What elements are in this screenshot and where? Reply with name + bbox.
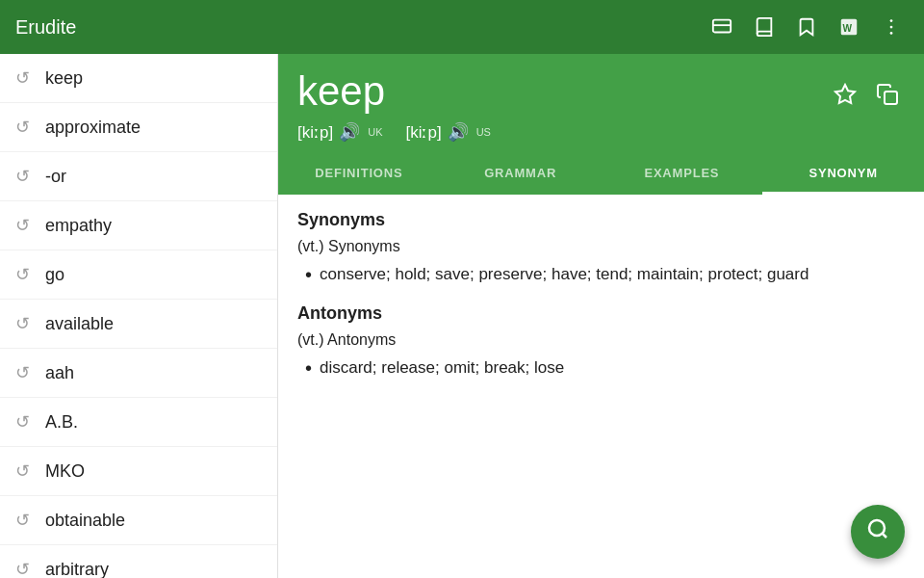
history-icon-obtainable: ↺ bbox=[15, 510, 30, 531]
history-icon-available: ↺ bbox=[15, 313, 30, 334]
svg-point-5 bbox=[890, 26, 893, 29]
sidebar-item-ab[interactable]: ↺ A.B. bbox=[0, 398, 277, 447]
topbar: Erudite W bbox=[0, 0, 924, 54]
synonyms-subsection: (vt.) Synonyms • conserve; hold; save; p… bbox=[297, 238, 905, 288]
us-phonetic: [kiːp] bbox=[405, 122, 441, 143]
tabs: DEFINITIONS GRAMMAR EXAMPLES SYNONYM bbox=[278, 154, 924, 195]
tab-definitions[interactable]: DEFINITIONS bbox=[278, 154, 440, 195]
history-icon-keep: ↺ bbox=[15, 67, 30, 89]
svg-marker-7 bbox=[835, 85, 855, 103]
sidebar-item-arbitrary[interactable]: ↺ arbitrary bbox=[0, 545, 277, 578]
us-speaker-icon[interactable]: 🔊 bbox=[448, 121, 469, 143]
sidebar-label-go: go bbox=[45, 265, 64, 285]
svg-rect-8 bbox=[885, 92, 897, 104]
history-icon-arbitrary: ↺ bbox=[15, 559, 30, 578]
svg-text:W: W bbox=[843, 23, 853, 34]
flashcard-icon[interactable] bbox=[705, 10, 739, 44]
word-title: keep bbox=[297, 69, 385, 114]
dictionary-icon[interactable]: W bbox=[832, 10, 866, 44]
app-title: Erudite bbox=[15, 16, 705, 39]
svg-point-6 bbox=[890, 32, 893, 35]
history-icon-empathy: ↺ bbox=[15, 215, 30, 236]
word-header-top: keep bbox=[297, 69, 905, 114]
sidebar-item-approximate[interactable]: ↺ approximate bbox=[0, 103, 277, 152]
svg-line-10 bbox=[883, 534, 886, 538]
sidebar-label-keep: keep bbox=[45, 68, 83, 89]
sidebar-label-approximate: approximate bbox=[45, 118, 141, 138]
sidebar-item-go[interactable]: ↺ go bbox=[0, 250, 277, 300]
sidebar: ↺ keep ↺ approximate ↺ -or ↺ empathy ↺ g… bbox=[0, 54, 278, 578]
sidebar-item-keep[interactable]: ↺ keep bbox=[0, 54, 277, 103]
tab-grammar[interactable]: GRAMMAR bbox=[440, 154, 602, 195]
main-layout: ↺ keep ↺ approximate ↺ -or ↺ empathy ↺ g… bbox=[0, 54, 924, 578]
sidebar-item-aah[interactable]: ↺ aah bbox=[0, 349, 277, 398]
uk-phonetic: [kiːp] bbox=[297, 122, 333, 143]
sidebar-label-aah: aah bbox=[45, 363, 74, 383]
sidebar-item-mko[interactable]: ↺ MKO bbox=[0, 447, 277, 496]
antonyms-label: (vt.) Antonyms bbox=[297, 331, 905, 349]
book-icon[interactable] bbox=[747, 10, 782, 44]
sidebar-label-or: -or bbox=[45, 167, 66, 187]
sidebar-item-or[interactable]: ↺ -or bbox=[0, 152, 277, 201]
sidebar-item-available[interactable]: ↺ available bbox=[0, 300, 277, 349]
sidebar-label-arbitrary: arbitrary bbox=[45, 560, 109, 579]
word-header: keep [kiːp] 🔊 UK bbox=[278, 54, 924, 154]
bookmark-icon[interactable] bbox=[789, 10, 824, 44]
history-icon-or: ↺ bbox=[15, 166, 30, 187]
content-wrapper: keep [kiːp] 🔊 UK bbox=[278, 54, 924, 578]
word-actions bbox=[828, 77, 905, 112]
tab-examples[interactable]: EXAMPLES bbox=[602, 154, 763, 195]
uk-locale: UK bbox=[368, 126, 382, 138]
svg-point-9 bbox=[869, 520, 885, 536]
synonyms-text: conserve; hold; save; preserve; have; te… bbox=[320, 261, 808, 288]
svg-point-4 bbox=[890, 19, 893, 22]
history-icon-go: ↺ bbox=[15, 264, 30, 285]
sidebar-item-empathy[interactable]: ↺ empathy bbox=[0, 201, 277, 250]
synonyms-content: Synonyms (vt.) Synonyms • conserve; hold… bbox=[278, 195, 924, 578]
synonyms-label: (vt.) Synonyms bbox=[297, 238, 905, 255]
pronunciation-us: [kiːp] 🔊 US bbox=[405, 121, 490, 143]
content-panel: keep [kiːp] 🔊 UK bbox=[278, 54, 924, 578]
history-icon-approximate: ↺ bbox=[15, 117, 30, 138]
copy-button[interactable] bbox=[870, 77, 905, 112]
pronunciation-uk: [kiːp] 🔊 UK bbox=[297, 121, 382, 143]
uk-speaker-icon[interactable]: 🔊 bbox=[339, 121, 360, 143]
history-icon-aah: ↺ bbox=[15, 362, 30, 383]
topbar-icons: W bbox=[705, 10, 909, 44]
tab-synonym[interactable]: SYNONYM bbox=[762, 154, 924, 195]
search-fab[interactable] bbox=[851, 505, 905, 559]
antonyms-text: discard; release; omit; break; lose bbox=[320, 355, 564, 381]
bullet-dot-antonyms: • bbox=[305, 355, 312, 381]
antonyms-subsection: (vt.) Antonyms • discard; release; omit;… bbox=[297, 331, 905, 381]
sidebar-label-empathy: empathy bbox=[45, 216, 112, 236]
sidebar-label-obtainable: obtainable bbox=[45, 511, 125, 531]
sidebar-label-ab: A.B. bbox=[45, 412, 78, 433]
bullet-dot-synonyms: • bbox=[305, 261, 312, 288]
us-locale: US bbox=[476, 126, 491, 138]
search-fab-icon bbox=[866, 517, 889, 546]
more-icon[interactable] bbox=[874, 10, 909, 44]
sidebar-label-available: available bbox=[45, 314, 114, 334]
history-icon-ab: ↺ bbox=[15, 411, 30, 433]
antonyms-section-title: Antonyms bbox=[297, 303, 905, 324]
antonyms-bullet: • discard; release; omit; break; lose bbox=[297, 355, 905, 381]
sidebar-label-mko: MKO bbox=[45, 461, 85, 482]
history-icon-mko: ↺ bbox=[15, 460, 30, 482]
synonyms-bullet: • conserve; hold; save; preserve; have; … bbox=[297, 261, 905, 288]
star-button[interactable] bbox=[828, 77, 862, 112]
sidebar-item-obtainable[interactable]: ↺ obtainable bbox=[0, 496, 277, 545]
pronunciations: [kiːp] 🔊 UK [kiːp] 🔊 US bbox=[297, 114, 905, 154]
synonyms-section-title: Synonyms bbox=[297, 210, 905, 230]
